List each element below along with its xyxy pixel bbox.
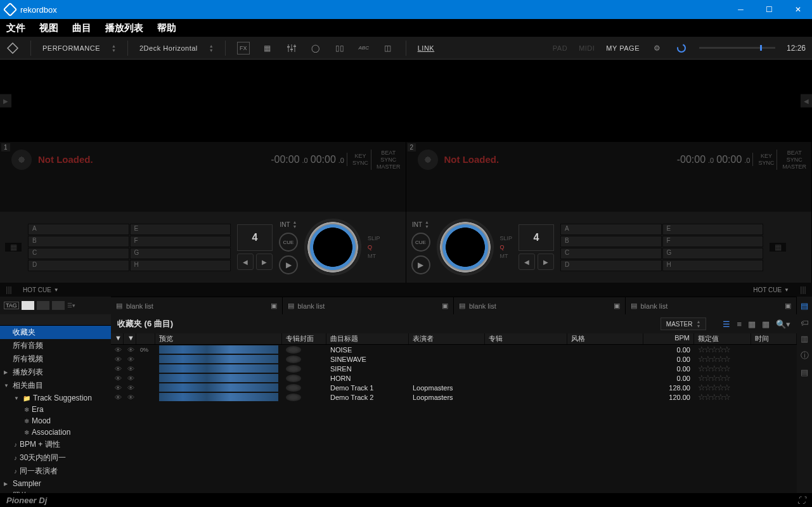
minimize-button[interactable]: ─ <box>726 0 755 19</box>
menu-file[interactable]: 文件 <box>6 22 25 34</box>
rating-stars[interactable]: ☆☆☆☆☆ <box>694 383 751 392</box>
col-time[interactable]: 时间 <box>751 333 797 344</box>
tree-era[interactable]: ❄Era <box>0 404 111 415</box>
tag-filter-bar[interactable]: TAG ☰▾ <box>0 297 111 314</box>
record-icon[interactable]: ◯ <box>309 42 322 55</box>
gear-icon[interactable]: ⚙ <box>651 42 664 55</box>
deck-1-play-button[interactable]: ▶ <box>279 255 298 274</box>
deck-2-next-button[interactable]: ▶ <box>538 254 554 270</box>
view-grid2-icon[interactable]: ▦ <box>748 319 756 329</box>
deck-1-slip[interactable]: SLIP <box>368 235 380 241</box>
visibility-icon[interactable]: 👁 <box>127 375 134 382</box>
waveform-expand-right[interactable]: ◀ <box>801 94 812 108</box>
close-button[interactable]: ✕ <box>783 0 812 19</box>
list-icon[interactable]: ▤ <box>801 368 808 377</box>
blank-list-4[interactable]: ▤blank list▣ <box>626 297 797 314</box>
view-list-icon[interactable]: ☰ <box>723 319 730 329</box>
col-filter2[interactable]: ▼ <box>124 333 136 344</box>
hotcue-h[interactable]: H <box>662 260 764 271</box>
deck-2-cue-button[interactable]: CUE <box>411 233 430 252</box>
visibility-icon[interactable]: 👁 <box>115 384 122 392</box>
hotcue-a[interactable]: A <box>28 224 129 235</box>
deck-1-jog-wheel[interactable] <box>304 219 361 276</box>
col-preview[interactable]: 预览 <box>155 333 282 344</box>
hotcue-d[interactable]: D <box>560 260 662 271</box>
info-icon[interactable]: ⓘ <box>801 350 809 361</box>
rating-stars[interactable]: ☆☆☆☆☆ <box>694 392 751 402</box>
tree-favorites[interactable]: 收藏夹 <box>0 326 111 339</box>
rating-stars[interactable]: ☆☆☆☆☆ <box>694 364 751 373</box>
rating-stars[interactable]: ☆☆☆☆☆ <box>694 345 751 354</box>
deck-2-prev-button[interactable]: ◀ <box>519 254 535 270</box>
tree-same-30[interactable]: ♪30天内的同一 <box>0 451 111 465</box>
blank-list-2[interactable]: ▤blank list▣ <box>283 297 454 314</box>
col-album[interactable]: 专辑 <box>485 333 567 344</box>
hotcue-h[interactable]: H <box>130 260 231 271</box>
video-icon[interactable]: ▯▯ <box>333 42 346 55</box>
deck-1-bars-icon[interactable]: ||| <box>0 283 18 297</box>
hotcue-g[interactable]: G <box>130 248 231 259</box>
link-button[interactable]: LINK <box>418 44 434 52</box>
menu-playlist[interactable]: 播放列表 <box>105 22 143 34</box>
col-rating[interactable]: 额定值 <box>694 333 751 344</box>
hotcue-c[interactable]: C <box>28 248 129 259</box>
tree-playlists[interactable]: ▶播放列表 <box>0 366 111 379</box>
deck-1-quantize[interactable]: Q <box>368 244 380 250</box>
tag-icon[interactable]: 🏷 <box>801 318 809 328</box>
master-selector[interactable]: MASTER▲▼ <box>661 318 707 330</box>
hotcue-e[interactable]: E <box>130 224 231 235</box>
midi-label[interactable]: MIDI <box>579 44 595 52</box>
lighting-icon[interactable]: ◫ <box>382 42 394 55</box>
maximize-button[interactable]: ☐ <box>755 0 783 19</box>
pad-label[interactable]: PAD <box>553 44 567 52</box>
grid-icon[interactable]: ▦ <box>261 42 274 55</box>
hotcue-b[interactable]: B <box>560 236 662 247</box>
tree-association[interactable]: ❄Association <box>0 427 111 438</box>
col-title[interactable]: 曲目标题 <box>326 333 409 344</box>
deck-1-beat-sync[interactable]: SYNC <box>377 157 401 163</box>
menu-view[interactable]: 视图 <box>39 22 58 34</box>
hotcue-g[interactable]: G <box>662 248 764 259</box>
deck-2-hotcue-selector[interactable]: HOT CUE ▼ <box>406 283 795 297</box>
deck-2-beat-sync[interactable]: SYNC <box>782 157 806 163</box>
visibility-icon[interactable]: 👁 <box>115 346 122 354</box>
col-art[interactable]: 专辑封面 <box>282 333 326 344</box>
volume-slider[interactable] <box>699 47 775 49</box>
deck-1-next-button[interactable]: ▶ <box>256 254 273 270</box>
col-genre[interactable]: 风格 <box>567 333 643 344</box>
deck-1-key-sync[interactable]: SYNC <box>352 160 368 166</box>
tree-related[interactable]: ▼相关曲目 <box>0 379 111 392</box>
col-bpm[interactable]: BPM <box>643 333 694 344</box>
tree-search-input[interactable] <box>0 314 111 326</box>
view-grid3-icon[interactable]: ▦ <box>762 319 770 329</box>
deck-1-beat-value[interactable]: 4 <box>237 224 273 251</box>
rekordbox-icon[interactable] <box>6 42 19 55</box>
visibility-icon[interactable]: 👁 <box>127 384 134 392</box>
tree-bpm-key[interactable]: ♪BPM + 调性 <box>0 438 111 451</box>
deck-1-hotcue-selector[interactable]: HOT CUE ▼ <box>18 283 406 297</box>
layout-stepper[interactable]: ▲▼ <box>209 44 214 53</box>
deck-2-jog-wheel[interactable] <box>437 219 494 276</box>
hotcue-f[interactable]: F <box>130 236 231 247</box>
deck-1-master[interactable]: MASTER <box>377 164 401 170</box>
blank-list-3[interactable]: ▤blank list▣ <box>454 297 626 314</box>
mode-stepper[interactable]: ▲▼ <box>112 44 116 53</box>
tree-same-artist[interactable]: ♪同一表演者 <box>0 465 111 478</box>
visibility-icon[interactable]: 👁 <box>115 394 122 401</box>
tree-sampler[interactable]: ▶Sampler <box>0 478 111 489</box>
rating-stars[interactable]: ☆☆☆☆☆ <box>694 373 751 383</box>
deck-1-expand-handle[interactable]: ▦ <box>5 243 22 252</box>
view-detail-icon[interactable]: ≡ <box>737 319 742 329</box>
tree-mood[interactable]: ❄Mood <box>0 415 111 427</box>
tree-all-audio[interactable]: 所有音频 <box>0 339 111 352</box>
deck-2-key-sync[interactable]: SYNC <box>758 160 774 166</box>
hotcue-b[interactable]: B <box>28 236 129 247</box>
visibility-icon[interactable]: 👁 <box>115 365 122 373</box>
mode-selector[interactable]: PERFORMANCE <box>42 44 100 52</box>
visibility-icon[interactable]: 👁 <box>115 356 122 363</box>
table-row[interactable]: 👁 👁 0% NOISE 0.00 ☆☆☆☆☆ <box>111 345 797 354</box>
deck-2-slip[interactable]: SLIP <box>500 235 513 241</box>
table-row[interactable]: 👁 👁 SIREN 0.00 ☆☆☆☆☆ <box>111 364 797 373</box>
expand-icon[interactable]: ⛶ <box>797 496 806 505</box>
hotcue-a[interactable]: A <box>560 224 662 235</box>
